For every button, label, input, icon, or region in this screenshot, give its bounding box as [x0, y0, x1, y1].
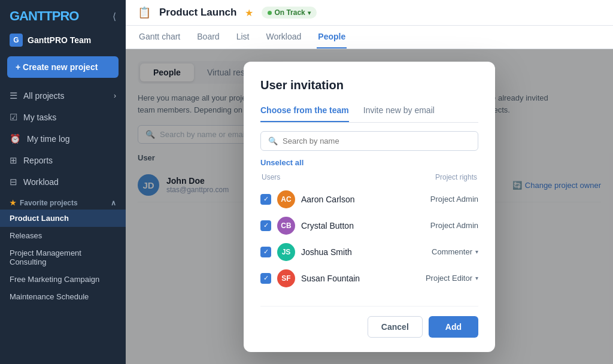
project-title: Product Launch [159, 7, 236, 19]
user-avatar-crystal: CB [277, 217, 295, 235]
folder-icon: ☰ [10, 90, 17, 101]
favorites-section-header: ★ Favorite projects ∧ [0, 193, 126, 210]
reports-icon: ⊞ [10, 155, 17, 166]
sidebar-item-all-projects[interactable]: ☰ All projects › [0, 85, 126, 107]
user-checkbox-aaron[interactable]: ✓ [260, 194, 271, 205]
sidebar-item-my-time-log[interactable]: ⏰ My time log [0, 128, 126, 150]
user-name-susan: Susan Fountain [301, 274, 420, 283]
modal-overlay[interactable]: User invitation Choose from the team Inv… [126, 49, 613, 364]
user-checkbox-joshua[interactable]: ✓ [260, 247, 271, 257]
logo-text: GANTTPRO [10, 8, 78, 24]
role-badge-joshua[interactable]: Commenter ▾ [432, 247, 478, 256]
sidebar-item-project-mgmt[interactable]: Project Management Consulting [0, 244, 126, 271]
modal-title: User invitation [260, 78, 478, 92]
modal-users-header: Users Project rights [260, 173, 478, 181]
sidebar-item-label: All projects [23, 91, 64, 101]
star-icon: ★ [10, 199, 16, 207]
chevron-down-icon[interactable]: ∧ [111, 199, 116, 207]
user-avatar-joshua: JS [277, 243, 295, 261]
role-dropdown-icon: ▾ [475, 248, 478, 255]
modal-search-input[interactable] [283, 136, 471, 145]
sidebar-item-my-tasks[interactable]: ☑ My tasks [0, 107, 126, 128]
tab-board[interactable]: Board [196, 26, 220, 48]
user-invitation-modal: User invitation Choose from the team Inv… [244, 62, 495, 352]
modal-tab-choose-team[interactable]: Choose from the team [260, 102, 349, 122]
team-header: G GanttPRO Team [0, 30, 126, 54]
role-label-susan: Project Editor [426, 274, 472, 283]
modal-user-row: ✓ AC Aaron Carlson Project Admin [260, 186, 478, 213]
sidebar-item-workload[interactable]: ⊟ Workload [0, 171, 126, 193]
sidebar-item-reports[interactable]: ⊞ Reports [0, 150, 126, 171]
clock-icon: ⏰ [10, 134, 21, 144]
sidebar-item-product-launch[interactable]: Product Launch [0, 210, 126, 227]
search-icon: 🔍 [268, 136, 278, 145]
collapse-sidebar-button[interactable]: ⟨ [113, 11, 116, 22]
sidebar: GANTTPRO ⟨ G GanttPRO Team + Create new … [0, 0, 126, 364]
nav-tabs: Gantt chart Board List Workload People [126, 26, 613, 49]
favorites-label: Favorite projects [20, 199, 78, 207]
sidebar-item-free-marketing[interactable]: Free Marketing Campaign [0, 271, 126, 288]
app-logo: GANTTPRO ⟨ [0, 0, 126, 30]
role-label-joshua: Commenter [432, 247, 472, 256]
users-column-label: Users [262, 173, 280, 181]
tab-list[interactable]: List [235, 26, 251, 48]
modal-user-row: ✓ JS Joshua Smith Commenter ▾ [260, 239, 478, 265]
team-name: GanttPRO Team [28, 35, 91, 45]
role-label-aaron: Project Admin [430, 195, 478, 204]
user-name-crystal: Crystal Button [301, 221, 424, 230]
team-icon: G [10, 34, 23, 47]
status-dot [268, 11, 272, 15]
sidebar-item-maintenance[interactable]: Maintenance Schedule [0, 288, 126, 305]
modal-user-row: ✓ CB Crystal Button Project Admin [260, 213, 478, 239]
user-avatar-aaron: AC [277, 190, 295, 208]
user-checkbox-susan[interactable]: ✓ [260, 273, 271, 284]
sidebar-item-label: My tasks [23, 113, 56, 122]
status-dropdown-icon: ▾ [308, 10, 311, 16]
add-button[interactable]: Add [429, 316, 478, 338]
create-project-button[interactable]: + Create new project [7, 56, 119, 78]
chevron-right-icon: › [114, 92, 116, 100]
rights-column-label: Project rights [435, 173, 477, 181]
modal-footer: Cancel Add [260, 306, 478, 338]
role-badge-crystal: Project Admin [430, 221, 478, 230]
role-badge-susan[interactable]: Project Editor ▾ [426, 274, 478, 283]
modal-tab-invite-email[interactable]: Invite new by email [363, 102, 435, 122]
modal-user-row: ✓ SF Susan Fountain Project Editor ▾ [260, 265, 478, 292]
tasks-icon: ☑ [10, 112, 17, 123]
tab-gantt-chart[interactable]: Gantt chart [138, 26, 181, 48]
project-icon: 📋 [138, 6, 151, 19]
user-checkbox-crystal[interactable]: ✓ [260, 220, 271, 231]
modal-tabs: Choose from the team Invite new by email [260, 102, 478, 123]
main-content: 📋 Product Launch ★ On Track ▾ Gantt char… [126, 0, 613, 364]
unselect-all-button[interactable]: Unselect all [260, 158, 478, 167]
sidebar-item-label: My time log [27, 134, 70, 144]
tab-workload[interactable]: Workload [265, 26, 302, 48]
role-badge-aaron: Project Admin [430, 195, 478, 204]
role-dropdown-icon: ▾ [475, 275, 478, 281]
modal-search-bar[interactable]: 🔍 [260, 131, 478, 151]
role-label-crystal: Project Admin [430, 221, 478, 230]
page-content: People Virtual resources Here you manage… [126, 49, 613, 364]
favorite-star-icon[interactable]: ★ [245, 7, 253, 19]
sidebar-item-releases[interactable]: Releases [0, 227, 126, 244]
user-name-aaron: Aaron Carlson [301, 195, 424, 204]
topbar: 📋 Product Launch ★ On Track ▾ [126, 0, 613, 26]
user-name-joshua: Joshua Smith [301, 247, 426, 257]
tab-people[interactable]: People [317, 26, 347, 48]
sidebar-item-label: Reports [23, 156, 53, 165]
status-text: On Track [274, 8, 305, 17]
cancel-button[interactable]: Cancel [368, 316, 423, 338]
workload-icon: ⊟ [10, 177, 17, 187]
user-avatar-susan: SF [277, 269, 295, 287]
status-badge[interactable]: On Track ▾ [262, 7, 316, 19]
sidebar-item-label: Workload [23, 177, 59, 187]
